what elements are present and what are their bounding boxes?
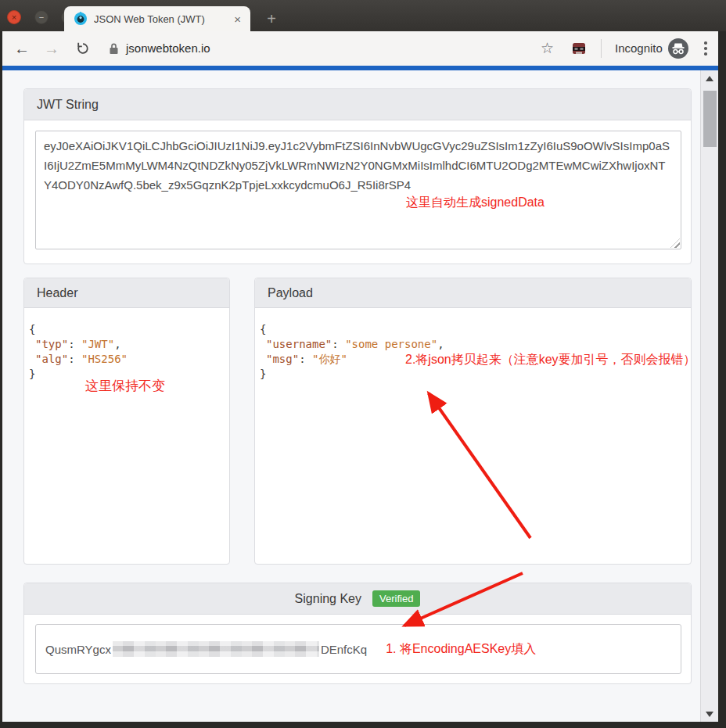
forward-icon[interactable]: → xyxy=(40,31,63,66)
lock-icon xyxy=(109,42,119,58)
tab-title: JSON Web Token (JWT) xyxy=(94,13,232,25)
verified-badge: Verified xyxy=(372,590,420,607)
incognito-badge-icon xyxy=(668,38,688,62)
browser-tab[interactable]: JSON Web Token (JWT) × xyxy=(64,6,250,31)
tab-close-icon[interactable]: × xyxy=(232,13,243,26)
jwt-token-textarea[interactable]: eyJ0eXAiOiJKV1QiLCJhbGciOiJIUzI1NiJ9.eyJ… xyxy=(35,131,681,249)
new-tab-button[interactable]: + xyxy=(261,9,282,28)
page-scrollbar[interactable] xyxy=(700,70,718,722)
header-panel-title: Header xyxy=(24,278,229,308)
blurred-key-segment xyxy=(113,641,319,657)
signing-key-suffix: DEnfcKq xyxy=(321,643,367,656)
payload-json-editor[interactable]: { "username": "some persone", "msg": "你好… xyxy=(255,308,691,382)
scrollbar-down-icon[interactable] xyxy=(701,708,718,720)
jwt-annotation: 这里自动生成signedData xyxy=(406,195,544,211)
window-minimize-button[interactable]: − xyxy=(34,10,49,24)
toolbar-separator xyxy=(601,39,602,58)
bookmark-star-icon[interactable]: ☆ xyxy=(541,31,554,66)
signing-key-input[interactable]: QusmRYgcx DEnfcKq 1. 将EncodingAESKey填入 xyxy=(35,624,681,674)
jwt-favicon-icon xyxy=(74,12,88,26)
back-icon[interactable]: ← xyxy=(10,31,34,66)
incognito-label: Incognito xyxy=(615,31,663,66)
payload-panel-title: Payload xyxy=(255,278,691,308)
header-panel: Header { "typ": "JWT", "alg": "HS256" } … xyxy=(23,278,230,565)
jwt-string-panel-title: JWT String xyxy=(24,89,691,120)
signing-key-annotation: 1. 将EncodingAESKey填入 xyxy=(386,641,536,658)
browser-toolbar: ← → jsonwebtoken.io ☆ Incognito xyxy=(2,31,718,66)
address-bar[interactable]: jsonwebtoken.io xyxy=(126,31,210,66)
titlebar: × − JSON Web Token (JWT) × + xyxy=(0,0,726,31)
payload-annotation: 2.将json拷贝起来（注意key要加引号，否则会报错） xyxy=(405,352,696,368)
signing-key-title: Signing Key xyxy=(295,592,361,606)
scrollbar-thumb[interactable] xyxy=(703,91,717,147)
jwt-string-panel: JWT String eyJ0eXAiOiJKV1QiLCJhbGciOiJIU… xyxy=(23,88,692,264)
menu-dots-icon[interactable] xyxy=(704,41,707,58)
header-annotation: 这里保持不变 xyxy=(85,377,165,395)
scrollbar-up-icon[interactable] xyxy=(701,72,718,84)
signing-key-prefix: QusmRYgcx xyxy=(45,643,111,656)
signing-key-panel: Signing Key Verified QusmRYgcx DEnfcKq 1… xyxy=(23,583,692,684)
extension-icon[interactable] xyxy=(571,41,587,59)
payload-panel: Payload { "username": "some persone", "m… xyxy=(254,278,692,565)
reload-icon[interactable] xyxy=(71,31,95,66)
header-json-editor[interactable]: { "typ": "JWT", "alg": "HS256" } xyxy=(24,308,229,382)
window-close-button[interactable]: × xyxy=(7,10,21,24)
